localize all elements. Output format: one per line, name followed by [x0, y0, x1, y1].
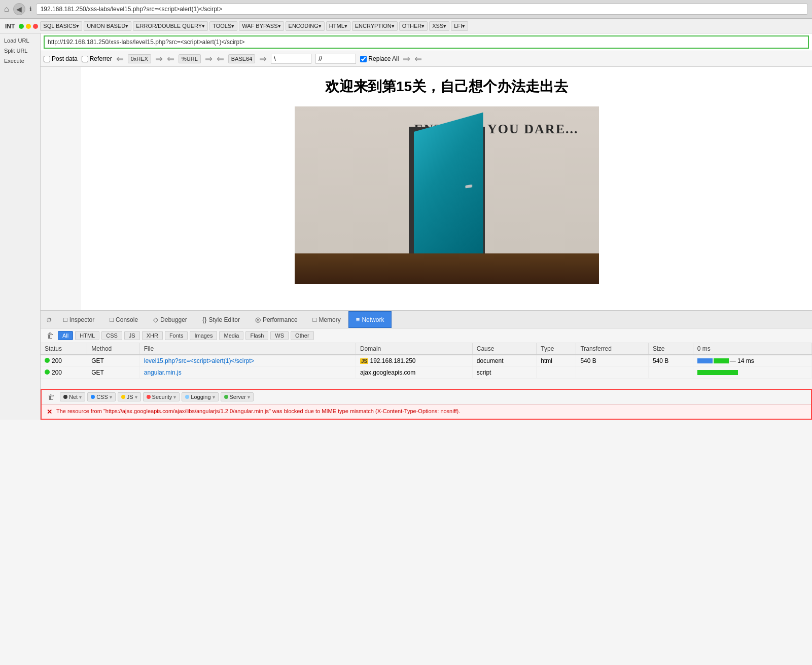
- toolbar-menu-item[interactable]: XSS▾: [429, 21, 449, 31]
- devtools-tab-style-editor[interactable]: {}Style Editor: [195, 311, 248, 328]
- cell-method: GET: [87, 355, 140, 367]
- cell-time: [693, 367, 811, 379]
- hex-btn[interactable]: 0xHEX: [128, 54, 151, 63]
- filter-btn-flash[interactable]: Flash: [245, 331, 268, 340]
- col-method: Method: [87, 343, 140, 355]
- filter-dot: [185, 395, 189, 399]
- filter-btn-other[interactable]: Other: [291, 331, 314, 340]
- devtools: ⛭ □Inspector□Console◇Debugger{}Style Edi…: [41, 310, 812, 420]
- cell-transferred: 540 B: [576, 355, 649, 367]
- time-bar-blue: [697, 358, 713, 363]
- filter-label: JS: [127, 394, 133, 400]
- clear-button[interactable]: 🗑: [45, 330, 56, 341]
- console-filter-security[interactable]: Security▾: [143, 392, 180, 401]
- execute-button[interactable]: Execute: [2, 57, 38, 65]
- console-filter-logging[interactable]: Logging▾: [182, 392, 218, 401]
- table-header-row: Status Method File Domain Cause Type Tra…: [41, 343, 812, 355]
- cell-cause: script: [472, 367, 537, 379]
- filter-btn-all[interactable]: All: [58, 331, 73, 340]
- replace-all-checkbox[interactable]: Replace All: [360, 55, 399, 62]
- split-url-button[interactable]: Split URL: [2, 47, 38, 55]
- console-clear-btn[interactable]: 🗑: [46, 392, 57, 402]
- devtools-tab-inspector[interactable]: □Inspector: [56, 311, 102, 328]
- toolbar-menu-item[interactable]: HTML▾: [326, 21, 350, 31]
- col-transferred: Transferred: [576, 343, 649, 355]
- toolbar-menu-item[interactable]: LFI▾: [451, 21, 468, 31]
- filter-btn-ws[interactable]: WS: [270, 331, 289, 340]
- network-table-container: Status Method File Domain Cause Type Tra…: [41, 343, 812, 379]
- status-dot: [45, 358, 50, 363]
- referrer-checkbox[interactable]: Referrer: [82, 55, 112, 62]
- console-filter-server[interactable]: Server▾: [221, 392, 254, 401]
- console-filter-net[interactable]: Net▾: [60, 392, 85, 401]
- toolbar-menu-item[interactable]: ENCODING▾: [286, 21, 325, 31]
- toolbar-menu-item[interactable]: OTHER▾: [399, 21, 428, 31]
- address-bar[interactable]: [36, 4, 808, 15]
- devtools-tab-performance[interactable]: ◎Performance: [248, 311, 305, 328]
- time-label: — 14 ms: [730, 357, 754, 364]
- cell-type: html: [537, 355, 576, 367]
- col-time: 0 ms: [693, 343, 811, 355]
- filter-btn-html[interactable]: HTML: [75, 331, 99, 340]
- replace-all-label: Replace All: [368, 55, 399, 62]
- console-filter-js[interactable]: JS▾: [118, 392, 141, 401]
- filter-btn-images[interactable]: Images: [190, 331, 217, 340]
- devtools-options-btn[interactable]: ⛭: [43, 312, 56, 328]
- browser-nav: ⌂ ◀ ℹ: [0, 0, 812, 19]
- devtools-tab-network[interactable]: ≡Network: [348, 311, 392, 328]
- error-icon: ✕: [47, 408, 52, 416]
- cell-status: 200: [41, 355, 87, 367]
- door-scene: ENTER IF YOU DARE...: [295, 106, 599, 284]
- devtools-tab-debugger[interactable]: ◇Debugger: [146, 311, 195, 328]
- console-filter-css[interactable]: CSS▾: [87, 392, 116, 401]
- toolbar-menu-item[interactable]: TOOLS▾: [209, 21, 237, 31]
- base64-btn[interactable]: BASE64: [228, 54, 256, 63]
- back-button[interactable]: ◀: [13, 3, 25, 15]
- filter-dot: [224, 395, 228, 399]
- replace-input-1[interactable]: [271, 54, 311, 64]
- memory-tab-icon: □: [313, 316, 317, 323]
- cell-file[interactable]: level15.php?src=<script>alert(1)</scirpt…: [139, 355, 356, 367]
- referrer-label: Referrer: [90, 55, 112, 62]
- toolbar-menu-item[interactable]: WAF BYPASS▾: [239, 21, 284, 31]
- referrer-check[interactable]: [82, 56, 88, 62]
- toolbar-menu-item[interactable]: ENCRYPTION▾: [352, 21, 398, 31]
- cell-file[interactable]: angular.min.js: [139, 367, 356, 379]
- col-status: Status: [41, 343, 87, 355]
- replace-all-check[interactable]: [360, 56, 367, 62]
- load-url-button[interactable]: Load URL: [2, 36, 38, 45]
- dot-green: [19, 24, 24, 29]
- arrow-right-3: ⇒: [259, 53, 267, 64]
- filter-btn-xhr[interactable]: XHR: [142, 331, 163, 340]
- inspector-tab-label: Inspector: [69, 316, 94, 323]
- style-editor-tab-icon: {}: [202, 316, 207, 323]
- filter-btn-fonts[interactable]: Fonts: [165, 331, 188, 340]
- filter-btn-css[interactable]: CSS: [101, 331, 122, 340]
- time-bar: [697, 370, 807, 375]
- filter-label: Logging: [191, 394, 210, 400]
- filter-btn-media[interactable]: Media: [219, 331, 243, 340]
- devtools-tab-console[interactable]: □Console: [102, 311, 146, 328]
- devtools-tab-list: □Inspector□Console◇Debugger{}Style Edito…: [56, 311, 392, 328]
- time-bar-green: [714, 358, 729, 363]
- devtools-tab-memory[interactable]: □Memory: [305, 311, 348, 328]
- toolbar-menu-item[interactable]: SQL BASICS▾: [40, 21, 82, 31]
- filter-btn-js[interactable]: JS: [124, 331, 140, 340]
- door-panel: [414, 113, 483, 253]
- performance-tab-label: Performance: [263, 316, 298, 323]
- home-button[interactable]: ⌂: [4, 5, 9, 14]
- table-row[interactable]: 200GETangular.min.jsajax.googleapis.coms…: [41, 367, 812, 379]
- percent-url-btn[interactable]: %URL: [179, 54, 201, 63]
- toolbar-menu-item[interactable]: ERROR/DOUBLE QUERY▾: [133, 21, 208, 31]
- console-tab-icon: □: [110, 316, 114, 323]
- post-data-check[interactable]: [44, 56, 50, 62]
- arrow-left-3: ⇐: [217, 53, 224, 64]
- filter-label: Server: [230, 394, 246, 400]
- toolbar-menu-item[interactable]: UNION BASED▾: [84, 21, 131, 31]
- post-data-checkbox[interactable]: Post data: [44, 55, 78, 62]
- filter-dot: [63, 395, 67, 399]
- table-row[interactable]: 200GETlevel15.php?src=<script>alert(1)</…: [41, 355, 812, 367]
- replace-input-2[interactable]: [315, 54, 356, 64]
- cell-domain: ajax.googleapis.com: [356, 367, 472, 379]
- url-input[interactable]: [44, 35, 809, 49]
